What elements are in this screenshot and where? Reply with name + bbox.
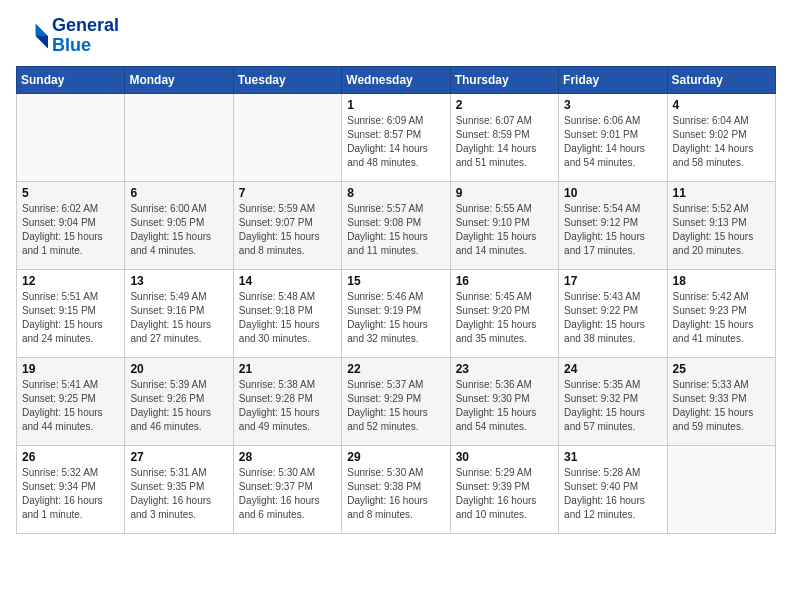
day-number: 20	[130, 362, 227, 376]
day-info: Sunrise: 6:09 AM Sunset: 8:57 PM Dayligh…	[347, 114, 444, 170]
logo-text: General Blue	[52, 16, 119, 56]
calendar-cell: 23Sunrise: 5:36 AM Sunset: 9:30 PM Dayli…	[450, 357, 558, 445]
day-number: 26	[22, 450, 119, 464]
day-number: 31	[564, 450, 661, 464]
day-info: Sunrise: 5:39 AM Sunset: 9:26 PM Dayligh…	[130, 378, 227, 434]
day-number: 4	[673, 98, 770, 112]
day-info: Sunrise: 5:41 AM Sunset: 9:25 PM Dayligh…	[22, 378, 119, 434]
weekday-header-friday: Friday	[559, 66, 667, 93]
calendar-cell: 2Sunrise: 6:07 AM Sunset: 8:59 PM Daylig…	[450, 93, 558, 181]
day-info: Sunrise: 5:48 AM Sunset: 9:18 PM Dayligh…	[239, 290, 336, 346]
day-info: Sunrise: 5:45 AM Sunset: 9:20 PM Dayligh…	[456, 290, 553, 346]
calendar-cell: 29Sunrise: 5:30 AM Sunset: 9:38 PM Dayli…	[342, 445, 450, 533]
day-info: Sunrise: 5:59 AM Sunset: 9:07 PM Dayligh…	[239, 202, 336, 258]
day-info: Sunrise: 6:06 AM Sunset: 9:01 PM Dayligh…	[564, 114, 661, 170]
logo-icon	[16, 20, 48, 52]
calendar-cell: 24Sunrise: 5:35 AM Sunset: 9:32 PM Dayli…	[559, 357, 667, 445]
calendar-cell: 5Sunrise: 6:02 AM Sunset: 9:04 PM Daylig…	[17, 181, 125, 269]
calendar-cell: 8Sunrise: 5:57 AM Sunset: 9:08 PM Daylig…	[342, 181, 450, 269]
weekday-header-saturday: Saturday	[667, 66, 775, 93]
calendar-cell: 12Sunrise: 5:51 AM Sunset: 9:15 PM Dayli…	[17, 269, 125, 357]
calendar-cell: 9Sunrise: 5:55 AM Sunset: 9:10 PM Daylig…	[450, 181, 558, 269]
weekday-header-monday: Monday	[125, 66, 233, 93]
calendar-cell: 1Sunrise: 6:09 AM Sunset: 8:57 PM Daylig…	[342, 93, 450, 181]
day-info: Sunrise: 6:00 AM Sunset: 9:05 PM Dayligh…	[130, 202, 227, 258]
day-number: 19	[22, 362, 119, 376]
calendar-cell: 22Sunrise: 5:37 AM Sunset: 9:29 PM Dayli…	[342, 357, 450, 445]
day-number: 14	[239, 274, 336, 288]
calendar-cell: 16Sunrise: 5:45 AM Sunset: 9:20 PM Dayli…	[450, 269, 558, 357]
day-info: Sunrise: 5:46 AM Sunset: 9:19 PM Dayligh…	[347, 290, 444, 346]
day-number: 17	[564, 274, 661, 288]
day-info: Sunrise: 5:57 AM Sunset: 9:08 PM Dayligh…	[347, 202, 444, 258]
day-number: 25	[673, 362, 770, 376]
calendar-cell: 3Sunrise: 6:06 AM Sunset: 9:01 PM Daylig…	[559, 93, 667, 181]
day-number: 15	[347, 274, 444, 288]
day-number: 27	[130, 450, 227, 464]
day-info: Sunrise: 5:51 AM Sunset: 9:15 PM Dayligh…	[22, 290, 119, 346]
weekday-header-wednesday: Wednesday	[342, 66, 450, 93]
calendar-cell: 13Sunrise: 5:49 AM Sunset: 9:16 PM Dayli…	[125, 269, 233, 357]
calendar-cell: 20Sunrise: 5:39 AM Sunset: 9:26 PM Dayli…	[125, 357, 233, 445]
day-number: 6	[130, 186, 227, 200]
day-number: 1	[347, 98, 444, 112]
day-info: Sunrise: 5:49 AM Sunset: 9:16 PM Dayligh…	[130, 290, 227, 346]
calendar-cell: 31Sunrise: 5:28 AM Sunset: 9:40 PM Dayli…	[559, 445, 667, 533]
calendar-cell: 6Sunrise: 6:00 AM Sunset: 9:05 PM Daylig…	[125, 181, 233, 269]
calendar-cell: 14Sunrise: 5:48 AM Sunset: 9:18 PM Dayli…	[233, 269, 341, 357]
day-info: Sunrise: 5:42 AM Sunset: 9:23 PM Dayligh…	[673, 290, 770, 346]
day-number: 21	[239, 362, 336, 376]
day-info: Sunrise: 5:32 AM Sunset: 9:34 PM Dayligh…	[22, 466, 119, 522]
day-number: 12	[22, 274, 119, 288]
weekday-header-tuesday: Tuesday	[233, 66, 341, 93]
day-number: 10	[564, 186, 661, 200]
day-number: 13	[130, 274, 227, 288]
day-number: 23	[456, 362, 553, 376]
day-number: 5	[22, 186, 119, 200]
day-info: Sunrise: 5:35 AM Sunset: 9:32 PM Dayligh…	[564, 378, 661, 434]
day-number: 2	[456, 98, 553, 112]
day-info: Sunrise: 5:30 AM Sunset: 9:38 PM Dayligh…	[347, 466, 444, 522]
calendar-cell: 19Sunrise: 5:41 AM Sunset: 9:25 PM Dayli…	[17, 357, 125, 445]
svg-marker-0	[36, 23, 48, 35]
calendar-cell: 17Sunrise: 5:43 AM Sunset: 9:22 PM Dayli…	[559, 269, 667, 357]
day-info: Sunrise: 6:04 AM Sunset: 9:02 PM Dayligh…	[673, 114, 770, 170]
day-info: Sunrise: 6:07 AM Sunset: 8:59 PM Dayligh…	[456, 114, 553, 170]
calendar-cell: 4Sunrise: 6:04 AM Sunset: 9:02 PM Daylig…	[667, 93, 775, 181]
calendar-cell: 21Sunrise: 5:38 AM Sunset: 9:28 PM Dayli…	[233, 357, 341, 445]
day-info: Sunrise: 5:52 AM Sunset: 9:13 PM Dayligh…	[673, 202, 770, 258]
calendar-cell: 15Sunrise: 5:46 AM Sunset: 9:19 PM Dayli…	[342, 269, 450, 357]
day-number: 30	[456, 450, 553, 464]
day-number: 11	[673, 186, 770, 200]
calendar-cell: 10Sunrise: 5:54 AM Sunset: 9:12 PM Dayli…	[559, 181, 667, 269]
calendar-cell: 7Sunrise: 5:59 AM Sunset: 9:07 PM Daylig…	[233, 181, 341, 269]
day-number: 9	[456, 186, 553, 200]
day-number: 29	[347, 450, 444, 464]
day-number: 3	[564, 98, 661, 112]
day-info: Sunrise: 5:33 AM Sunset: 9:33 PM Dayligh…	[673, 378, 770, 434]
day-info: Sunrise: 5:38 AM Sunset: 9:28 PM Dayligh…	[239, 378, 336, 434]
day-number: 22	[347, 362, 444, 376]
calendar-cell	[233, 93, 341, 181]
svg-marker-1	[36, 36, 48, 48]
day-number: 28	[239, 450, 336, 464]
day-info: Sunrise: 5:28 AM Sunset: 9:40 PM Dayligh…	[564, 466, 661, 522]
day-info: Sunrise: 5:31 AM Sunset: 9:35 PM Dayligh…	[130, 466, 227, 522]
day-number: 7	[239, 186, 336, 200]
calendar-cell: 25Sunrise: 5:33 AM Sunset: 9:33 PM Dayli…	[667, 357, 775, 445]
day-info: Sunrise: 5:55 AM Sunset: 9:10 PM Dayligh…	[456, 202, 553, 258]
day-info: Sunrise: 5:29 AM Sunset: 9:39 PM Dayligh…	[456, 466, 553, 522]
day-info: Sunrise: 5:37 AM Sunset: 9:29 PM Dayligh…	[347, 378, 444, 434]
day-info: Sunrise: 5:30 AM Sunset: 9:37 PM Dayligh…	[239, 466, 336, 522]
day-info: Sunrise: 5:54 AM Sunset: 9:12 PM Dayligh…	[564, 202, 661, 258]
page-header: General Blue	[16, 16, 776, 56]
day-info: Sunrise: 5:36 AM Sunset: 9:30 PM Dayligh…	[456, 378, 553, 434]
day-number: 8	[347, 186, 444, 200]
logo: General Blue	[16, 16, 119, 56]
day-number: 16	[456, 274, 553, 288]
calendar-cell: 27Sunrise: 5:31 AM Sunset: 9:35 PM Dayli…	[125, 445, 233, 533]
calendar-cell: 28Sunrise: 5:30 AM Sunset: 9:37 PM Dayli…	[233, 445, 341, 533]
calendar-cell: 30Sunrise: 5:29 AM Sunset: 9:39 PM Dayli…	[450, 445, 558, 533]
weekday-header-sunday: Sunday	[17, 66, 125, 93]
weekday-header-thursday: Thursday	[450, 66, 558, 93]
